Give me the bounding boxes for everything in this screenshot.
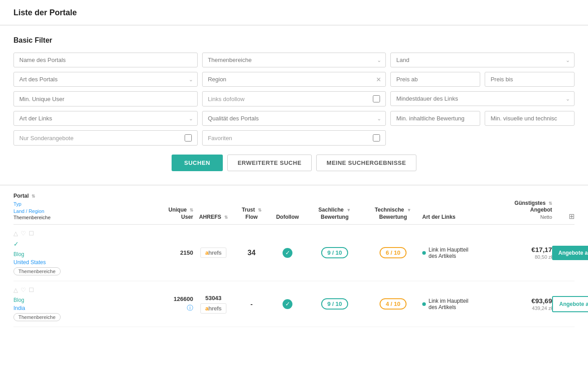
qualitaet-wrapper: ⌄ xyxy=(202,111,386,126)
technische-badge-2: 4 / 10 xyxy=(380,298,407,310)
art-links-input[interactable] xyxy=(13,111,198,126)
trust-flow-cell-2: - xyxy=(234,300,270,308)
portal-icons-2: △ ♡ ☐ xyxy=(13,287,148,293)
art-portals-input[interactable] xyxy=(13,72,198,87)
filter-section: Basic Filter ⌄ ⌄ ⌄ ✕ xyxy=(0,26,588,185)
portal-verify-1: ✓ xyxy=(13,240,148,248)
preis-ab-input[interactable] xyxy=(390,72,480,87)
unique-sort-icon[interactable]: ⇅ xyxy=(190,208,193,212)
art-links-wrapper: ⌄ xyxy=(13,111,198,126)
advanced-search-button[interactable]: ERWEITERTE SUCHE xyxy=(227,155,312,171)
favoriten-checkbox[interactable] xyxy=(373,134,380,142)
min-inhaltlich-input[interactable] xyxy=(390,111,480,126)
links-dofollow-checkbox[interactable] xyxy=(373,95,380,102)
art-links-cell-2: Link im Hauptteil des Artikels xyxy=(422,298,471,310)
action-cell-1: Angebote ansehen xyxy=(552,246,575,260)
art-links-text-1: Link im Hauptteil des Artikels xyxy=(429,247,471,259)
qualitaet-input[interactable] xyxy=(202,111,386,126)
ahrefs-sort-icon[interactable]: ⇅ xyxy=(224,215,228,220)
col-art-links: Art der Links xyxy=(422,214,471,221)
col-unique-user: Unique ⇅ User xyxy=(148,207,193,221)
trust-sort-icon[interactable]: ⇅ xyxy=(258,208,261,212)
art-links-text-2: Link im Hauptteil des Artikels xyxy=(429,298,471,310)
bewertung-row xyxy=(390,111,575,126)
dot-green-icon-1 xyxy=(422,251,426,255)
mindestdauer-input[interactable] xyxy=(390,91,575,106)
links-dofollow-label: Links dofollow xyxy=(208,96,245,102)
portal-theme-1: Themenbereiche xyxy=(13,267,61,275)
table-header: Portal ⇅ Typ Land / Region Themenbereich… xyxy=(13,186,575,225)
table-row-2: △ ♡ ☐ Blog India Themenbereiche 126600 ⓘ… xyxy=(13,281,575,327)
portal-cell-1: △ ♡ ☐ ✓ Blog United States Themenbereich… xyxy=(13,230,148,275)
portal-type-2: Blog xyxy=(13,297,148,303)
price-row xyxy=(390,72,575,87)
technische-sort-icon[interactable]: ▼ xyxy=(407,208,411,212)
dofollow-check-2: ✓ xyxy=(283,299,292,309)
price-cell-1: €17,17 80,50 zł xyxy=(471,246,552,260)
region-clear-icon[interactable]: ✕ xyxy=(376,76,381,83)
ahrefs-cell-1: ahrefs xyxy=(193,248,234,258)
angebot-button-1[interactable]: Angebote ansehen xyxy=(552,246,588,260)
preis-sort-icon[interactable]: ⇅ xyxy=(548,201,552,206)
search-button[interactable]: SUCHEN xyxy=(172,155,223,171)
grid-view-icon[interactable]: ⊞ xyxy=(569,212,575,221)
technische-badge-1: 6 / 10 xyxy=(380,247,407,258)
technische-cell-1: 6 / 10 xyxy=(364,247,422,258)
preis-sub: Netto xyxy=(540,214,552,220)
themenbereiche-input[interactable] xyxy=(202,53,386,67)
sachliche-sort-icon[interactable]: ▼ xyxy=(346,208,351,212)
col-trust-flow: Trust ⇅ Flow xyxy=(234,207,270,221)
price-eur-2: €93,69 xyxy=(531,297,552,305)
land-wrapper: ⌄ xyxy=(390,53,575,67)
header-section: Liste der Portale xyxy=(0,0,588,26)
ahrefs-cell-2: 53043 ahrefs xyxy=(193,295,234,314)
ahrefs-num-2: 53043 xyxy=(205,295,221,301)
region-wrapper: ✕ xyxy=(202,72,386,87)
portal-type-1: Blog xyxy=(13,251,148,257)
preis-bis-input[interactable] xyxy=(485,72,575,87)
nur-sonderangebote-row: Nur Sonderangebote xyxy=(13,130,198,146)
ahrefs-badge-2: ahrefs xyxy=(200,303,226,314)
col-preis: Günstigstes ⇅ Angebot Netto xyxy=(471,200,552,221)
portal-sort-icon[interactable]: ⇅ xyxy=(31,194,35,199)
sachliche-cell-1: 9 / 10 xyxy=(305,247,364,258)
region-input[interactable] xyxy=(202,72,386,87)
col-portal: Portal ⇅ Typ Land / Region Themenbereich… xyxy=(13,193,148,221)
filter-title: Basic Filter xyxy=(13,36,575,44)
angebot-button-2[interactable]: Angebote ansehen xyxy=(552,296,588,312)
col-portal-label: Portal ⇅ xyxy=(13,193,148,200)
land-input[interactable] xyxy=(390,53,575,67)
col-dofollow: Dofollow xyxy=(270,214,305,221)
min-visuell-input[interactable] xyxy=(485,111,575,126)
col-portal-sub1: Typ xyxy=(13,201,148,207)
col-portal-sub2: Land / Region xyxy=(13,208,148,214)
portal-country-1: United States xyxy=(13,259,148,265)
col-sachliche: Sachliche ▼ Bewertung xyxy=(305,207,364,221)
price-cell-2: €93,69 439,24 zł xyxy=(471,297,552,311)
heart-icon-2: ♡ xyxy=(21,287,26,293)
mindestdauer-wrapper: ⌄ xyxy=(390,91,575,106)
col-technische: Technische ▼ Bewertung xyxy=(364,207,422,221)
my-results-button[interactable]: MEINE SUCHERGEBNISSE xyxy=(316,155,416,171)
page-container: Liste der Portale Basic Filter ⌄ ⌄ ⌄ ✕ xyxy=(0,0,588,376)
info-icon-2: ⓘ xyxy=(187,304,193,312)
favoriten-label: Favoriten xyxy=(208,135,232,142)
heart-icon: ♡ xyxy=(21,230,26,237)
filter-actions: SUCHEN ERWEITERTE SUCHE MEINE SUCHERGEBN… xyxy=(13,155,575,171)
art-portals-wrapper: ⌄ xyxy=(13,72,198,87)
favoriten-row: Favoriten xyxy=(202,130,386,146)
dofollow-check-1: ✓ xyxy=(283,248,292,258)
price-eur-1: €17,17 xyxy=(531,246,552,253)
portal-theme-2: Themenbereiche xyxy=(13,313,61,321)
verified-icon: ✓ xyxy=(13,240,19,248)
min-unique-input[interactable] xyxy=(13,91,198,106)
portal-name-input[interactable] xyxy=(13,53,198,67)
links-dofollow-row: Links dofollow xyxy=(202,91,386,106)
nur-sonderangebote-checkbox[interactable] xyxy=(185,134,192,142)
dofollow-cell-1: ✓ xyxy=(270,248,305,258)
portal-cell-2: △ ♡ ☐ Blog India Themenbereiche xyxy=(13,287,148,321)
filter-grid: ⌄ ⌄ ⌄ ✕ Links dofollow xyxy=(13,53,575,146)
themenbereiche-wrapper: ⌄ xyxy=(202,53,386,67)
unique-user-cell-1: 2150 xyxy=(148,249,193,256)
unique-user-val-2: 126600 xyxy=(174,296,193,302)
